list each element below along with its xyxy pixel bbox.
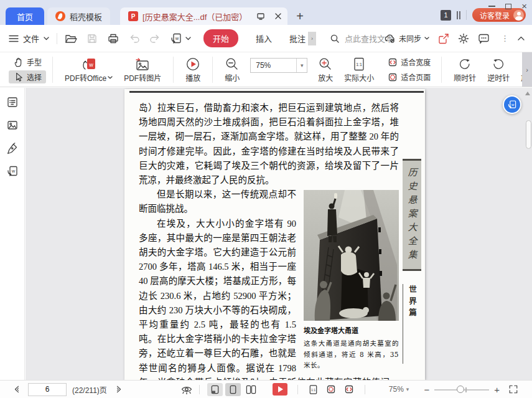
- zoom-percentage-label[interactable]: 75%: [389, 385, 404, 394]
- svg-text:1:1: 1:1: [356, 62, 362, 67]
- view-mode-single-page-button[interactable]: [225, 383, 241, 396]
- zoom-out-button[interactable]: 缩小: [219, 55, 245, 84]
- zoom-in-button[interactable]: 放大: [312, 55, 338, 84]
- fit-width-button[interactable]: 适合宽度: [383, 55, 435, 69]
- svg-text:w: w: [11, 168, 15, 174]
- hand-tool-label: 手型: [27, 57, 42, 67]
- zoom-in-icon: [318, 57, 333, 72]
- minimize-button[interactable]: [488, 6, 495, 7]
- chevron-down-icon: [424, 37, 429, 40]
- page-number-input[interactable]: [28, 383, 67, 396]
- svg-text:w: w: [511, 103, 515, 107]
- hand-tool-button[interactable]: 手型: [9, 55, 46, 69]
- toolbar-expand-strip[interactable]: ›: [522, 52, 532, 87]
- rotate-ccw-label: 逆时针: [487, 72, 510, 83]
- save-icon[interactable]: [86, 33, 98, 44]
- sync-status[interactable]: 未同步: [384, 33, 429, 44]
- toolbar: 手型 选择 w PDF转Office PDF转图片 播放 缩小 75% ▾ 放大…: [0, 52, 532, 87]
- zoom-out-minus[interactable]: −: [424, 384, 429, 395]
- play-label: 播放: [185, 72, 200, 83]
- fit-width-status-icon[interactable]: [342, 383, 357, 396]
- ribbon-tab-insert[interactable]: 插入: [256, 32, 272, 44]
- rotate-cw-label: 顺时针: [454, 72, 476, 83]
- tab-home[interactable]: 首页: [6, 7, 44, 25]
- actual-size-icon: 1:1: [352, 57, 366, 72]
- outline-panel-icon[interactable]: [6, 96, 19, 108]
- ribbon-tab-annotate[interactable]: 批注: [289, 32, 306, 44]
- fit-page-status-icon[interactable]: [324, 383, 339, 396]
- tab-pdf-label: [历史悬案大全...df（已加密）: [142, 11, 247, 22]
- tab-list-icon[interactable]: [457, 11, 460, 19]
- collapse-ribbon-icon[interactable]: [518, 36, 525, 40]
- sign-pen-icon[interactable]: [6, 142, 19, 154]
- more-tabs-expander[interactable]: ›: [308, 32, 316, 45]
- open-file-icon[interactable]: [65, 33, 77, 44]
- search-icon: [330, 34, 340, 44]
- close-button[interactable]: ×: [521, 2, 527, 10]
- document-canvas[interactable]: 岛）拉来巨石，借助畜力和滚木，把巨石运到建筑地点，然后将场地四周天然的沙土堆成斜…: [26, 88, 532, 380]
- chevron-down-icon: [185, 37, 191, 40]
- pdf-page[interactable]: 岛）拉来巨石，借助畜力和滚木，把巨石运到建筑地点，然后将场地四周天然的沙土堆成斜…: [124, 89, 425, 380]
- print-icon[interactable]: [107, 33, 119, 44]
- tab-close-icon[interactable]: [274, 12, 282, 20]
- pdf-to-word-floating-button[interactable]: w: [503, 95, 521, 114]
- next-page-arrow[interactable]: [113, 384, 123, 394]
- tab-pdf-document[interactable]: P [历史悬案大全...df（已加密）: [120, 7, 287, 25]
- zoom-caret-icon[interactable]: ▾: [296, 59, 307, 72]
- tab-pin-window-icon[interactable]: [256, 12, 265, 21]
- share-icon[interactable]: [438, 33, 449, 44]
- page-count-label: (22/211)页: [72, 384, 107, 395]
- eye-protect-icon[interactable]: [180, 384, 193, 395]
- export-word-icon[interactable]: w: [170, 32, 191, 45]
- chevron-down-icon: [108, 76, 113, 79]
- scrollbar-up-arrow[interactable]: [525, 92, 530, 95]
- ribbon-tab-start[interactable]: 开始: [203, 29, 238, 47]
- view-mode-two-page-button[interactable]: [243, 383, 259, 396]
- menubar-divider: [57, 33, 57, 44]
- sync-status-label: 未同步: [399, 33, 421, 44]
- zoom-slider-knob[interactable]: [457, 386, 464, 393]
- zoom-slider[interactable]: [434, 385, 489, 394]
- more-options-icon[interactable]: ⋮: [501, 34, 509, 43]
- zoom-caret-icon[interactable]: ▾: [406, 386, 409, 392]
- fit-page-button[interactable]: 适合页面: [383, 70, 435, 83]
- zoom-level-combobox[interactable]: 75% ▾: [250, 58, 307, 73]
- rotate-counterclockwise-button[interactable]: 逆时针: [482, 55, 515, 84]
- tab-docer-templates[interactable]: 稻壳模板: [47, 7, 110, 25]
- export-word-panel-icon[interactable]: w: [6, 165, 19, 178]
- pdf-to-office-button[interactable]: w PDF转Office: [59, 55, 118, 84]
- actual-size-button[interactable]: 1:1 实际大小: [338, 55, 380, 84]
- redo-icon[interactable]: [149, 34, 161, 44]
- pdf-to-image-icon: [134, 57, 151, 72]
- zoom-in-plus[interactable]: +: [494, 384, 500, 395]
- play-slideshow-button[interactable]: 播放: [180, 55, 206, 84]
- actual-size-status-icon[interactable]: 1:1: [306, 383, 321, 396]
- pdf-file-icon: P: [128, 11, 138, 21]
- zoom-out-label: 缩小: [225, 72, 240, 83]
- fullscreen-icon[interactable]: [508, 384, 518, 394]
- undo-icon[interactable]: [129, 34, 140, 44]
- pdf-to-image-button[interactable]: PDF转图片: [118, 55, 167, 84]
- menubar: 文件 w 开始 插入 批注 › 点此查找文本 ⋮ 未同步 ⋮: [0, 25, 532, 52]
- view-mode-scroll-button[interactable]: [207, 383, 223, 396]
- play-button[interactable]: [273, 383, 287, 396]
- file-menu-label: 文件: [23, 32, 39, 44]
- feedback-comment-icon[interactable]: [478, 33, 490, 44]
- statusbar: (22/211)页 1:1 75% ▾ − +: [0, 380, 532, 398]
- settings-gear-icon[interactable]: [458, 33, 469, 44]
- actual-size-label: 实际大小: [344, 72, 374, 83]
- maximize-button[interactable]: [505, 4, 511, 9]
- file-menu[interactable]: 文件: [9, 32, 49, 44]
- select-tool-label: 选择: [27, 72, 42, 82]
- scrollbar-thumb[interactable]: [526, 120, 531, 149]
- rotate-clockwise-button[interactable]: 顺时针: [448, 55, 482, 84]
- fit-width-label: 适合宽度: [401, 57, 431, 67]
- new-tab-button[interactable]: +: [296, 10, 304, 22]
- images-panel-icon[interactable]: [6, 119, 19, 131]
- tab-count-badge[interactable]: 1: [441, 10, 451, 21]
- rotate-cw-icon: [457, 57, 472, 72]
- prev-page-arrow[interactable]: [12, 384, 22, 394]
- cloud-unsynced-icon: [384, 34, 396, 43]
- select-tool-button[interactable]: 选择: [9, 70, 46, 83]
- hand-icon: [13, 57, 24, 67]
